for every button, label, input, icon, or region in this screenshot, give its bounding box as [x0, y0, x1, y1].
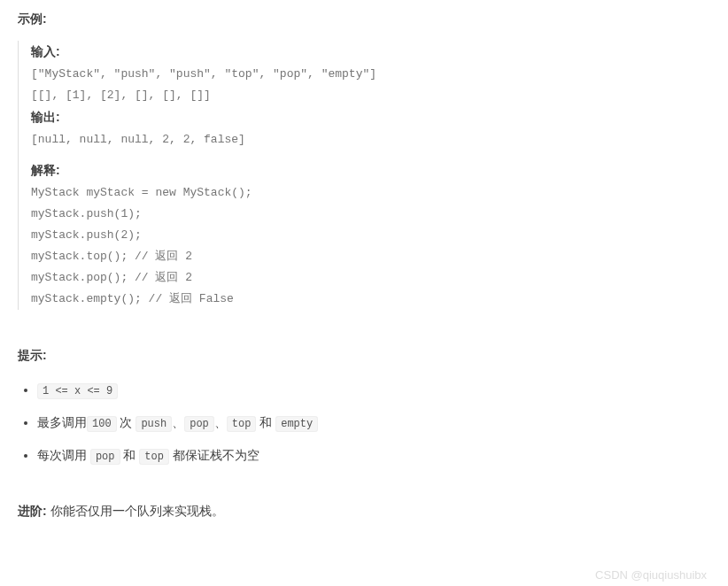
hint-code: 1 <= x <= 9 [37, 383, 118, 399]
output-label: 输出: [31, 106, 710, 129]
explain-line: myStack.pop(); // 返回 2 [31, 267, 710, 289]
hint-text: 和 [256, 415, 275, 429]
hint-text: 、 [172, 415, 184, 429]
hint-text: 都保证栈不为空 [169, 448, 259, 462]
hint-code: pop [184, 416, 214, 432]
example-block: 输入: ["MyStack", "push", "push", "top", "… [18, 41, 710, 310]
advanced-label: 进阶: [18, 504, 47, 518]
hint-item-2: 最多调用100 次 push、pop、top 和 empty [37, 413, 710, 433]
hint-code: top [139, 449, 169, 465]
explain-line: myStack.empty(); // 返回 False [31, 289, 710, 310]
hint-item-3: 每次调用 pop 和 top 都保证栈不为空 [37, 445, 710, 466]
hint-text: 每次调用 [37, 448, 90, 462]
hint-text: 、 [214, 415, 227, 429]
input-line-2: [[], [1], [2], [], [], []] [31, 85, 710, 106]
explain-line: myStack.push(2); [31, 225, 710, 246]
hint-text: 次 [117, 415, 136, 429]
output-line: [null, null, null, 2, 2, false] [31, 129, 710, 150]
explain-line: myStack.top(); // 返回 2 [31, 246, 710, 267]
hints-list: 1 <= x <= 9 最多调用100 次 push、pop、top 和 emp… [18, 380, 710, 466]
explain-line: myStack.push(1); [31, 204, 710, 225]
hint-code: push [136, 416, 172, 432]
explain-label: 解释: [31, 159, 710, 182]
input-line-1: ["MyStack", "push", "push", "top", "pop"… [31, 64, 710, 85]
input-label: 输入: [31, 41, 710, 64]
example-heading: 示例: [18, 9, 710, 28]
hint-code: pop [90, 449, 120, 465]
hint-code: 100 [87, 416, 117, 432]
hint-text: 最多调用 [37, 415, 87, 429]
hint-text: 和 [120, 448, 140, 462]
advanced-line: 进阶: 你能否仅用一个队列来实现栈。 [18, 501, 710, 520]
hint-item-1: 1 <= x <= 9 [37, 380, 710, 400]
hints-heading: 提示: [18, 345, 710, 365]
hint-code: top [227, 416, 257, 432]
explain-line: MyStack myStack = new MyStack(); [31, 182, 710, 204]
hint-code: empty [275, 416, 318, 432]
advanced-text: 你能否仅用一个队列来实现栈。 [47, 504, 224, 518]
